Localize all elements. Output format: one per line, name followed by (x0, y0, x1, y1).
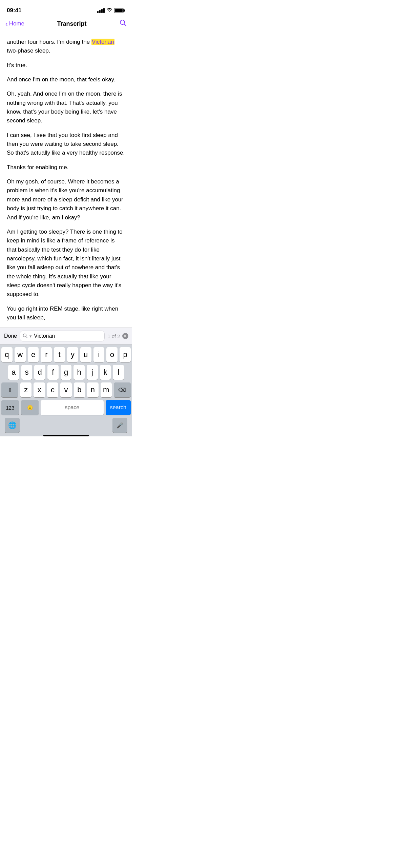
emoji-key[interactable]: 🙂 (21, 400, 39, 415)
status-time: 09:41 (7, 7, 21, 14)
signal-icon (97, 8, 105, 13)
key-w[interactable]: w (15, 347, 26, 362)
key-t[interactable]: t (54, 347, 65, 362)
key-f[interactable]: f (47, 365, 59, 380)
key-m[interactable]: m (101, 382, 112, 397)
back-chevron-icon: ‹ (5, 20, 8, 28)
paragraph-1: It's true. (7, 61, 125, 70)
find-nav: ∧ ∨ (131, 332, 132, 340)
find-bar: Done ▾ 1 of 2 ✕ ∧ ∨ (0, 328, 132, 344)
key-k[interactable]: k (100, 365, 111, 380)
nav-bar: ‹ Home Transcript (0, 16, 132, 32)
search-container: ▾ (20, 331, 105, 341)
battery-icon (114, 8, 125, 13)
space-key[interactable]: space (41, 400, 104, 415)
find-input[interactable] (34, 333, 102, 339)
keyboard-row-1: q w e r t y u i o p (1, 347, 131, 362)
key-e[interactable]: e (28, 347, 39, 362)
find-count: 1 of 2 ✕ (107, 333, 128, 339)
status-icons (97, 8, 125, 13)
globe-key[interactable]: 🌐 (5, 418, 20, 433)
svg-point-1 (23, 334, 26, 337)
paragraph-3: Oh, yeah. And once I'm on the moon, ther… (7, 90, 125, 125)
status-bar: 09:41 (0, 0, 132, 16)
key-p[interactable]: p (120, 347, 131, 362)
paragraph-5: Thanks for enabling me. (7, 163, 125, 172)
key-y[interactable]: y (67, 347, 78, 362)
key-x[interactable]: x (34, 382, 45, 397)
paragraph-7: Am I getting too sleepy? There is one th… (7, 228, 125, 299)
key-g[interactable]: g (61, 365, 72, 380)
key-v[interactable]: v (60, 382, 71, 397)
paragraph-2: And once I'm on the moon, that feels oka… (7, 75, 125, 84)
back-button[interactable]: ‹ Home (5, 20, 24, 28)
key-i[interactable]: i (93, 347, 105, 362)
keyboard-row-4: 123 🙂 space search (1, 400, 131, 415)
prev-result-button[interactable]: ∧ (131, 332, 132, 340)
numbers-key[interactable]: 123 (1, 400, 19, 415)
highlight-victorian-1: Victorian (91, 39, 114, 45)
keyboard-row-3: ⇧ z x c v b n m ⌫ (1, 382, 131, 397)
clear-button[interactable]: ✕ (122, 333, 128, 339)
keyboard: q w e r t y u i o p a s d f g h j k l ⇧ … (0, 344, 132, 436)
paragraph-4: I can see, I see that you took first sle… (7, 131, 125, 158)
keyboard-row-2: a s d f g h j k l (1, 365, 131, 380)
shift-key[interactable]: ⇧ (1, 382, 18, 397)
key-c[interactable]: c (47, 382, 58, 397)
search-icon[interactable] (119, 19, 127, 28)
page-title: Transcript (57, 20, 87, 27)
find-search-icon (23, 333, 27, 339)
key-j[interactable]: j (87, 365, 98, 380)
keyboard-row-5: 🌐 🎤 (1, 418, 131, 433)
key-o[interactable]: o (106, 347, 118, 362)
key-u[interactable]: u (80, 347, 91, 362)
key-d[interactable]: d (34, 365, 45, 380)
back-label: Home (9, 20, 24, 27)
paragraph-8: You go right into REM stage, like right … (7, 304, 125, 322)
wifi-icon (107, 8, 112, 13)
key-q[interactable]: q (1, 347, 13, 362)
search-key[interactable]: search (106, 400, 131, 415)
key-b[interactable]: b (74, 382, 85, 397)
paragraph-0: another four hours. I'm doing the Victor… (7, 38, 125, 56)
transcript-content: another four hours. I'm doing the Victor… (0, 32, 132, 328)
paragraph-6: Oh my gosh, of course. Where it becomes … (7, 177, 125, 222)
search-dropdown-arrow[interactable]: ▾ (29, 334, 32, 339)
key-z[interactable]: z (20, 382, 31, 397)
key-n[interactable]: n (87, 382, 98, 397)
key-l[interactable]: l (113, 365, 124, 380)
mic-key[interactable]: 🎤 (112, 418, 127, 433)
key-s[interactable]: s (21, 365, 33, 380)
key-h[interactable]: h (73, 365, 85, 380)
key-r[interactable]: r (41, 347, 52, 362)
key-a[interactable]: a (8, 365, 19, 380)
done-button[interactable]: Done (4, 333, 17, 339)
home-indicator (43, 435, 89, 436)
delete-key[interactable]: ⌫ (114, 382, 131, 397)
